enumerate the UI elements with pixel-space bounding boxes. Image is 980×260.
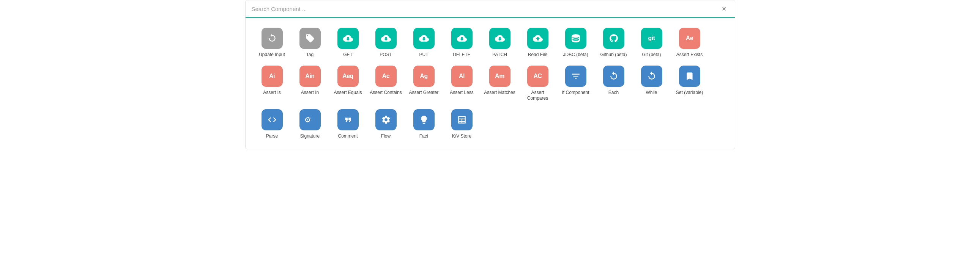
svg-point-0 <box>307 119 308 120</box>
component-item-assert-is[interactable]: AiAssert Is <box>253 62 291 105</box>
component-label-post: POST <box>380 52 392 58</box>
component-item-github[interactable]: Github (beta) <box>595 24 633 62</box>
component-label-assert-less: Assert Less <box>450 90 474 96</box>
component-item-git[interactable]: gitGit (beta) <box>633 24 671 62</box>
component-label-assert-compares: Assert Compares <box>521 90 555 101</box>
component-icon-tag <box>299 28 321 49</box>
component-item-put[interactable]: PUT <box>405 24 443 62</box>
component-icon-comment <box>337 109 359 130</box>
component-item-signature[interactable]: Signature <box>291 105 329 143</box>
component-item-kv-store[interactable]: K/V Store <box>443 105 481 143</box>
component-icon-kv-store <box>451 109 473 130</box>
component-item-if-component[interactable]: If Component <box>557 62 595 105</box>
component-label-git: Git (beta) <box>642 52 661 58</box>
component-icon-update-input <box>261 28 283 49</box>
component-item-assert-exists[interactable]: AeAssert Exists <box>671 24 709 62</box>
component-label-fact: Fact <box>419 133 428 140</box>
component-label-assert-in: Assert In <box>301 90 319 96</box>
component-icon-assert-greater: Ag <box>413 65 434 87</box>
component-item-patch[interactable]: PATCH <box>481 24 519 62</box>
component-icon-flow <box>375 109 397 130</box>
component-label-if-component: If Component <box>562 90 589 96</box>
component-label-comment: Comment <box>338 133 358 140</box>
component-item-comment[interactable]: Comment <box>329 105 367 143</box>
component-grid-area: Update InputTagGETPOSTPUTDELETEPATCHRead… <box>245 18 735 149</box>
component-label-get: GET <box>343 52 353 58</box>
component-item-assert-contains[interactable]: AcAssert Contains <box>367 62 405 105</box>
component-icon-signature <box>299 109 321 130</box>
component-icon-set-variable <box>679 65 700 87</box>
component-icon-if-component <box>565 65 586 87</box>
component-label-github: Github (beta) <box>600 52 627 58</box>
component-icon-read-file <box>527 28 549 49</box>
component-item-post[interactable]: POST <box>367 24 405 62</box>
component-label-while: While <box>646 90 657 96</box>
component-label-assert-contains: Assert Contains <box>370 90 402 96</box>
component-item-get[interactable]: GET <box>329 24 367 62</box>
component-label-parse: Parse <box>266 133 278 140</box>
component-icon-git: git <box>641 28 662 49</box>
component-label-patch: PATCH <box>492 52 507 58</box>
component-label-assert-equals: Assert Equals <box>334 90 362 96</box>
component-icon-patch <box>489 28 511 49</box>
component-icon-post <box>375 28 397 49</box>
component-label-set-variable: Set (variable) <box>676 90 703 96</box>
component-label-each: Each <box>608 90 619 96</box>
component-icon-delete <box>451 28 473 49</box>
component-icon-while <box>641 65 662 87</box>
component-label-assert-matches: Assert Matches <box>484 90 515 96</box>
component-picker: × Update InputTagGETPOSTPUTDELETEPATCHRe… <box>245 0 735 149</box>
component-item-read-file[interactable]: Read File <box>519 24 557 62</box>
component-item-fact[interactable]: Fact <box>405 105 443 143</box>
component-item-tag[interactable]: Tag <box>291 24 329 62</box>
component-item-delete[interactable]: DELETE <box>443 24 481 62</box>
component-label-tag: Tag <box>306 52 313 58</box>
component-label-read-file: Read File <box>528 52 547 58</box>
component-icon-assert-is: Ai <box>261 65 283 87</box>
component-item-assert-greater[interactable]: AgAssert Greater <box>405 62 443 105</box>
component-icon-each <box>603 65 624 87</box>
component-label-assert-greater: Assert Greater <box>409 90 438 96</box>
component-icon-jdbc <box>565 28 586 49</box>
component-icon-get <box>337 28 359 49</box>
search-input[interactable] <box>251 6 720 12</box>
component-item-assert-less[interactable]: AlAssert Less <box>443 62 481 105</box>
component-item-set-variable[interactable]: Set (variable) <box>671 62 709 105</box>
component-label-flow: Flow <box>381 133 391 140</box>
component-label-delete: DELETE <box>453 52 471 58</box>
component-label-assert-exists: Assert Exists <box>676 52 703 58</box>
search-bar: × <box>245 0 735 18</box>
component-icon-assert-less: Al <box>451 65 473 87</box>
component-icon-assert-exists: Ae <box>679 28 700 49</box>
component-item-jdbc[interactable]: JDBC (beta) <box>557 24 595 62</box>
component-icon-parse <box>261 109 283 130</box>
component-item-assert-equals[interactable]: AeqAssert Equals <box>329 62 367 105</box>
component-item-update-input[interactable]: Update Input <box>253 24 291 62</box>
component-item-while[interactable]: While <box>633 62 671 105</box>
component-grid: Update InputTagGETPOSTPUTDELETEPATCHRead… <box>253 24 727 143</box>
component-item-parse[interactable]: Parse <box>253 105 291 143</box>
component-label-assert-is: Assert Is <box>263 90 281 96</box>
component-icon-assert-in: Ain <box>299 65 321 87</box>
component-icon-github <box>603 28 624 49</box>
component-item-assert-matches[interactable]: AmAssert Matches <box>481 62 519 105</box>
component-item-assert-in[interactable]: AinAssert In <box>291 62 329 105</box>
component-icon-put <box>413 28 434 49</box>
component-icon-assert-contains: Ac <box>375 65 397 87</box>
component-icon-assert-equals: Aeq <box>337 65 359 87</box>
component-item-each[interactable]: Each <box>595 62 633 105</box>
component-icon-fact <box>413 109 434 130</box>
component-label-update-input: Update Input <box>259 52 285 58</box>
component-item-flow[interactable]: Flow <box>367 105 405 143</box>
component-label-jdbc: JDBC (beta) <box>563 52 588 58</box>
component-icon-assert-matches: Am <box>489 65 511 87</box>
component-item-assert-compares[interactable]: ACAssert Compares <box>519 62 557 105</box>
component-label-signature: Signature <box>300 133 320 140</box>
component-label-put: PUT <box>419 52 428 58</box>
close-button[interactable]: × <box>720 4 729 13</box>
component-label-kv-store: K/V Store <box>452 133 471 140</box>
component-icon-assert-compares: AC <box>527 65 549 87</box>
